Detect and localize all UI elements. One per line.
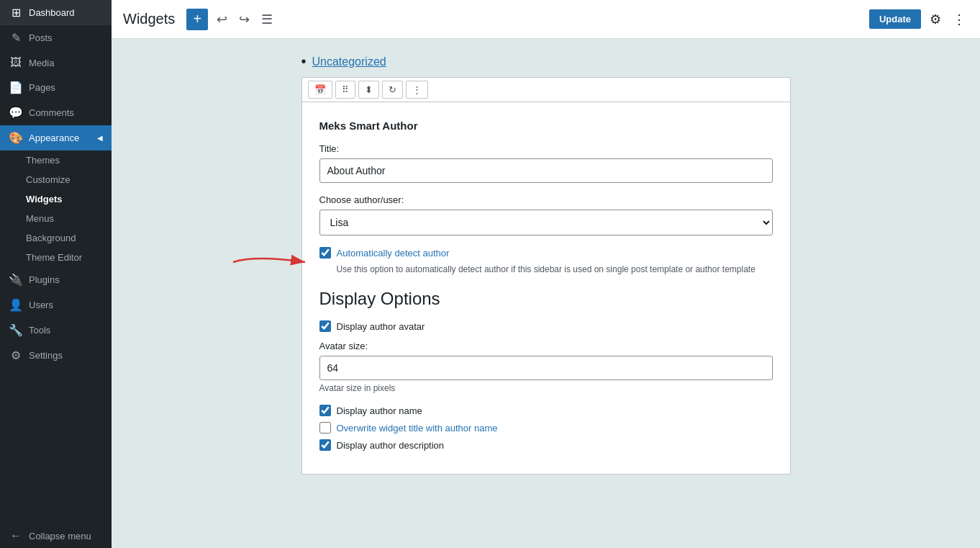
sidebar-item-comments[interactable]: 💬 Comments xyxy=(0,100,112,125)
content-area: Uncategorized 📅 ⠿ ⬍ ↻ ⋮ Meks Smart Autho… xyxy=(112,39,980,548)
posts-icon: ✎ xyxy=(9,31,23,45)
avatar-size-input[interactable] xyxy=(319,356,773,380)
topbar-more-button[interactable]: ⋮ xyxy=(950,9,968,30)
sidebar-item-label: Plugins xyxy=(29,274,60,285)
sidebar-item-users[interactable]: 👤 Users xyxy=(0,292,112,318)
page-title: Widgets xyxy=(123,11,175,27)
appearance-submenu: Themes Customize Widgets Menus Backgroun… xyxy=(0,151,112,267)
update-button[interactable]: Update xyxy=(869,9,921,29)
author-select[interactable]: Lisa Admin Editor xyxy=(319,210,773,235)
appearance-chevron: ◀ xyxy=(97,134,103,142)
display-avatar-row: Display author avatar xyxy=(319,320,773,332)
title-label: Title: xyxy=(319,143,773,154)
auto-detect-label[interactable]: Automatically detect author xyxy=(337,248,450,259)
widget-area: Uncategorized 📅 ⠿ ⬍ ↻ ⋮ Meks Smart Autho… xyxy=(301,53,791,534)
more-options-button[interactable]: ⋮ xyxy=(406,81,428,99)
avatar-size-helper: Avatar size in pixels xyxy=(319,383,773,393)
auto-detect-row: Automatically detect author xyxy=(319,247,773,259)
sidebar-item-label: Users xyxy=(29,300,53,310)
display-name-checkbox[interactable] xyxy=(319,405,331,416)
uncategorized-label: Uncategorized xyxy=(301,53,791,70)
list-view-button[interactable]: ☰ xyxy=(258,9,276,30)
sidebar-item-label: Dashboard xyxy=(29,7,75,18)
display-description-row: Display author description xyxy=(319,439,773,451)
pages-icon: 📄 xyxy=(9,81,23,94)
avatar-size-group: Avatar size: Avatar size in pixels xyxy=(319,341,773,393)
users-icon: 👤 xyxy=(9,298,23,312)
auto-detect-checkbox[interactable] xyxy=(319,247,331,259)
submenu-widgets[interactable]: Widgets xyxy=(9,189,112,209)
sidebar: ⊞ Dashboard ✎ Posts 🖼 Media 📄 Pages 💬 Co… xyxy=(0,0,112,548)
sidebar-item-label: Posts xyxy=(29,32,53,43)
sidebar-item-posts[interactable]: ✎ Posts xyxy=(0,25,112,50)
sidebar-item-pages[interactable]: 📄 Pages xyxy=(0,75,112,100)
avatar-size-label: Avatar size: xyxy=(319,341,773,351)
redo-button[interactable]: ↪ xyxy=(236,9,253,30)
display-description-checkbox[interactable] xyxy=(319,439,331,451)
sidebar-item-label: Tools xyxy=(29,325,50,336)
move-up-button[interactable]: ⬍ xyxy=(358,81,379,99)
sidebar-item-tools[interactable]: 🔧 Tools xyxy=(0,318,112,343)
author-label: Choose author/user: xyxy=(319,194,773,205)
main-area: Widgets + ↩ ↪ ☰ Update ⚙ ⋮ Uncategorized… xyxy=(112,0,980,548)
rotate-button[interactable]: ↻ xyxy=(382,81,403,99)
collapse-label: Collapse menu xyxy=(29,531,91,542)
drag-button[interactable]: ⠿ xyxy=(335,81,355,99)
topbar: Widgets + ↩ ↪ ☰ Update ⚙ ⋮ xyxy=(112,0,980,39)
submenu-customize[interactable]: Customize xyxy=(9,170,112,189)
tools-icon: 🔧 xyxy=(9,323,23,337)
undo-button[interactable]: ↩ xyxy=(214,9,230,30)
sidebar-item-plugins[interactable]: 🔌 Plugins xyxy=(0,267,112,292)
title-input[interactable] xyxy=(319,158,773,183)
title-group: Title: xyxy=(319,143,773,183)
sidebar-item-label: Comments xyxy=(29,107,74,118)
overwrite-title-label[interactable]: Overwrite widget title with author name xyxy=(337,423,498,434)
media-icon: 🖼 xyxy=(9,56,23,69)
sidebar-item-label: Appearance xyxy=(29,132,79,143)
widget-plugin-name: Meks Smart Author xyxy=(319,120,773,132)
submenu-themes[interactable]: Themes xyxy=(9,151,112,170)
display-avatar-checkbox[interactable] xyxy=(319,320,331,332)
collapse-icon: ← xyxy=(9,529,23,542)
sidebar-item-label: Media xyxy=(29,58,54,68)
red-arrow xyxy=(226,251,312,273)
submenu-theme-editor[interactable]: Theme Editor xyxy=(9,248,112,267)
settings-icon: ⚙ xyxy=(9,349,23,362)
display-description-label[interactable]: Display author description xyxy=(337,440,445,451)
auto-detect-helper: Use this option to automatically detect … xyxy=(337,264,773,274)
display-name-row: Display author name xyxy=(319,405,773,416)
sidebar-item-label: Settings xyxy=(29,350,63,361)
add-widget-button[interactable]: + xyxy=(186,9,208,30)
display-name-label[interactable]: Display author name xyxy=(337,405,422,416)
display-options-title: Display Options xyxy=(319,289,773,309)
widget-toolbar: 📅 ⠿ ⬍ ↻ ⋮ xyxy=(301,77,791,102)
sidebar-item-label: Pages xyxy=(29,82,55,93)
sidebar-collapse[interactable]: ← Collapse menu xyxy=(0,524,112,548)
sidebar-item-appearance[interactable]: 🎨 Appearance ◀ xyxy=(0,125,112,151)
overwrite-title-row: Overwrite widget title with author name xyxy=(319,422,773,434)
auto-detect-container: Automatically detect author Use this opt… xyxy=(319,247,773,274)
widget-card: Meks Smart Author Title: Choose author/u… xyxy=(301,102,791,475)
overwrite-title-checkbox[interactable] xyxy=(319,422,331,434)
submenu-menus[interactable]: Menus xyxy=(9,209,112,228)
sidebar-item-media[interactable]: 🖼 Media xyxy=(0,50,112,75)
calendar-icon-button[interactable]: 📅 xyxy=(308,81,332,99)
submenu-background[interactable]: Background xyxy=(9,228,112,248)
uncategorized-text: Uncategorized xyxy=(312,55,386,68)
appearance-icon: 🎨 xyxy=(9,131,23,145)
comments-icon: 💬 xyxy=(9,106,23,120)
author-group: Choose author/user: Lisa Admin Editor xyxy=(319,194,773,235)
topbar-settings-button[interactable]: ⚙ xyxy=(927,9,944,30)
sidebar-item-settings[interactable]: ⚙ Settings xyxy=(0,343,112,368)
dashboard-icon: ⊞ xyxy=(9,6,23,19)
display-avatar-label[interactable]: Display author avatar xyxy=(337,321,425,332)
plugins-icon: 🔌 xyxy=(9,273,23,287)
sidebar-item-dashboard[interactable]: ⊞ Dashboard xyxy=(0,0,112,25)
